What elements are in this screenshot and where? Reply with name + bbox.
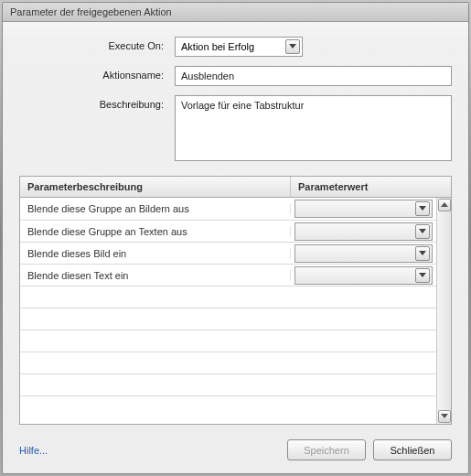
help-link[interactable]: Hilfe... xyxy=(19,445,48,456)
table-row-empty xyxy=(20,286,436,308)
dialog-content: Execute On: Aktion bei Erfolg Aktionsnam… xyxy=(3,22,468,430)
chevron-down-icon[interactable] xyxy=(415,246,430,261)
table-row-empty xyxy=(20,373,436,395)
svg-marker-5 xyxy=(441,202,448,207)
param-desc-cell: Blende dieses Bild ein xyxy=(20,248,291,259)
svg-marker-6 xyxy=(441,414,448,418)
param-desc-cell: Blende diese Gruppe an Bildern aus xyxy=(20,203,291,214)
svg-marker-0 xyxy=(289,44,296,49)
label-action-name: Aktionsname: xyxy=(19,66,175,81)
execute-on-select[interactable]: Aktion bei Erfolg xyxy=(175,37,303,57)
dialog-window: Parameter der freigegebenen Aktion Execu… xyxy=(2,2,469,474)
param-value-select[interactable] xyxy=(294,222,433,241)
table-row-empty xyxy=(20,308,436,330)
label-execute-on: Execute On: xyxy=(19,37,175,51)
param-desc-cell: Blende diese Gruppe an Texten aus xyxy=(20,226,291,237)
table-row: Blende diese Gruppe an Texten aus xyxy=(20,220,436,242)
chevron-down-icon[interactable] xyxy=(415,224,430,239)
dialog-title: Parameter der freigegebenen Aktion xyxy=(3,3,468,22)
scroll-up-icon[interactable] xyxy=(438,199,451,211)
svg-marker-3 xyxy=(419,251,426,255)
row-execute-on: Execute On: Aktion bei Erfolg xyxy=(19,37,452,57)
description-textarea[interactable] xyxy=(175,95,452,161)
row-description: Beschreibung: xyxy=(19,95,452,161)
table-row: Blende diese Gruppe an Bildern aus xyxy=(20,198,436,220)
action-name-input[interactable] xyxy=(175,66,452,86)
chevron-down-icon[interactable] xyxy=(415,201,430,216)
table-header: Parameterbeschreibung Parameterwert xyxy=(20,177,451,198)
param-value-select[interactable] xyxy=(294,244,433,263)
param-value-select[interactable] xyxy=(294,200,433,218)
parameter-table: Parameterbeschreibung Parameterwert Blen… xyxy=(19,176,452,425)
row-action-name: Aktionsname: xyxy=(19,66,452,86)
col-header-value: Parameterwert xyxy=(291,177,451,198)
table-row: Blende diesen Text ein xyxy=(20,264,436,286)
table-row: Blende dieses Bild ein xyxy=(20,242,436,264)
table-rows: Blende diese Gruppe an Bildern ausBlende… xyxy=(20,198,436,424)
table-row-empty xyxy=(20,330,436,352)
svg-marker-2 xyxy=(419,229,426,233)
col-header-desc: Parameterbeschreibung xyxy=(20,177,291,198)
param-value-select[interactable] xyxy=(294,266,433,285)
label-description: Beschreibung: xyxy=(19,95,175,110)
scroll-down-icon[interactable] xyxy=(438,410,451,423)
dialog-footer: Hilfe... Speichern Schließen xyxy=(3,430,468,473)
table-row-empty xyxy=(20,352,436,373)
execute-on-value: Aktion bei Erfolg xyxy=(181,41,280,52)
chevron-down-icon[interactable] xyxy=(285,39,300,54)
close-button[interactable]: Schließen xyxy=(373,439,452,460)
svg-marker-4 xyxy=(419,273,426,277)
param-desc-cell: Blende diesen Text ein xyxy=(20,270,291,281)
table-row-empty xyxy=(20,395,436,417)
chevron-down-icon[interactable] xyxy=(415,268,430,283)
save-button[interactable]: Speichern xyxy=(287,439,366,460)
vertical-scrollbar[interactable] xyxy=(436,198,451,424)
svg-marker-1 xyxy=(419,206,426,211)
